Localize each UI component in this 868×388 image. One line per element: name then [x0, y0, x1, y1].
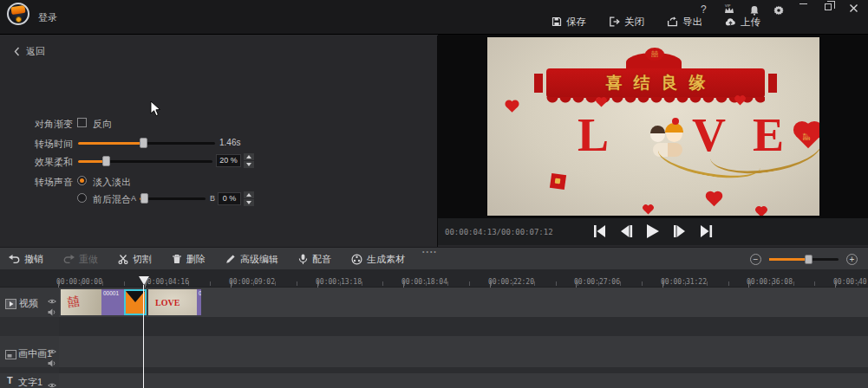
mix-value-box[interactable]: 0 %: [218, 192, 241, 205]
text-track-header: T 文字1: [0, 373, 59, 388]
reverse-checkbox[interactable]: [77, 118, 87, 127]
skip-end-button[interactable]: [700, 225, 713, 237]
close-project-button[interactable]: 关闭: [609, 16, 644, 29]
pip-track-mute-toggle[interactable]: [48, 355, 56, 371]
delete-button[interactable]: 删除: [172, 253, 206, 266]
app-window: 登录 ? VIP 保存: [0, 0, 868, 388]
zoom-slider-handle[interactable]: [805, 255, 813, 264]
diagonal-gradient-label: 对角渐变: [35, 118, 73, 131]
mouse-cursor: [150, 100, 161, 117]
minimize-button[interactable]: [799, 3, 807, 4]
zoom-in-button[interactable]: +: [846, 254, 858, 265]
ruler-mark: 00:00:36:08: [747, 272, 793, 288]
upload-cloud-icon: [725, 17, 736, 27]
heart-decoration: [597, 99, 606, 107]
text-track-icon: T: [7, 375, 13, 385]
softness-spin-up-button[interactable]: [244, 153, 254, 160]
ruler-mark: 00:00:09:02: [229, 272, 275, 288]
ruler-mark: 00:00:18:04: [401, 272, 447, 288]
video-track-icon: [5, 297, 16, 313]
preview-panel: 囍 喜结良缘 L V E 囍: [438, 35, 868, 245]
love-letter-l: L: [578, 108, 609, 162]
softness-spinner: [244, 153, 254, 168]
sound-label: 转场声音: [35, 176, 73, 189]
settings-gear-icon[interactable]: [773, 3, 785, 19]
ruler-mark: 00:00:27:06: [574, 272, 620, 288]
pip-track-header: 画中画1: [0, 336, 59, 367]
transport-bar: 00:00:04:13/00:00:07:12: [438, 218, 868, 245]
ruler-mark: 00:00:40:24: [833, 272, 868, 288]
film-reel-icon: [351, 254, 362, 265]
restore-button[interactable]: [825, 3, 832, 10]
clip1-thumbnail[interactable]: 囍: [61, 289, 101, 315]
video-viewport[interactable]: 囍 喜结良缘 L V E 囍: [438, 35, 868, 218]
playback-controls: [438, 224, 868, 238]
trash-icon: [172, 254, 182, 264]
mix-option-label: 前后混合: [93, 193, 131, 206]
upload-button[interactable]: 上传: [725, 16, 760, 29]
mix-a-label: A: [131, 194, 136, 203]
mix-radio[interactable]: [77, 193, 87, 203]
exit-door-icon: [609, 16, 620, 27]
app-logo-icon[interactable]: [7, 3, 29, 25]
undo-button[interactable]: 撤销: [9, 253, 43, 266]
redo-button[interactable]: 重做: [63, 253, 98, 266]
ruler-mark: 00:00:13:18: [316, 272, 362, 288]
text-track-lane[interactable]: [59, 373, 868, 388]
close-window-button[interactable]: [849, 3, 858, 15]
mix-spin-down-button[interactable]: [244, 199, 254, 206]
softness-slider-handle[interactable]: [102, 156, 110, 166]
softness-value-box[interactable]: 20 %: [216, 154, 241, 167]
clip2-body[interactable]: 00: [197, 289, 201, 315]
timeline-tracks: 视频 画中画1 T 文字1: [0, 288, 868, 388]
mix-slider-handle[interactable]: [140, 193, 148, 204]
zoom-slider-fill: [769, 258, 808, 261]
mix-spin-up-button[interactable]: [244, 191, 254, 198]
skip-start-button[interactable]: [593, 225, 606, 237]
zoom-slider[interactable]: [769, 258, 839, 261]
timeline-ruler[interactable]: 00:00:00:00 00:00:04:16 00:00:09:02 00:0…: [0, 269, 868, 288]
pencil-icon: [225, 254, 236, 264]
video-frame: 囍 喜结良缘 L V E 囍: [487, 37, 819, 216]
export-button[interactable]: 导出: [667, 16, 702, 29]
timeline-zoom-control: − +: [750, 248, 858, 270]
panel-resize-handle[interactable]: ••••: [422, 249, 438, 255]
transition-icon: [126, 291, 145, 314]
clip2-thumbnail[interactable]: LOVE: [148, 289, 197, 315]
softness-slider[interactable]: [78, 160, 212, 163]
ruler-mark: 00:00:22:20: [488, 272, 534, 288]
scissors-icon: [118, 254, 128, 264]
reverse-label: 反向: [93, 118, 112, 131]
mix-slider[interactable]: [140, 197, 206, 200]
red-envelope: [550, 173, 566, 190]
duration-slider-handle[interactable]: [140, 138, 147, 148]
dub-button[interactable]: 配音: [298, 253, 331, 266]
fade-radio[interactable]: [77, 176, 87, 185]
back-button[interactable]: 返回: [14, 45, 45, 58]
login-button[interactable]: 登录: [38, 11, 57, 24]
step-back-button[interactable]: [620, 225, 633, 237]
zoom-out-button[interactable]: −: [750, 254, 761, 265]
playhead-handle[interactable]: [139, 276, 149, 285]
step-forward-button[interactable]: [673, 225, 686, 237]
video-track-mute-toggle[interactable]: [48, 304, 56, 320]
duration-label: 转场时间: [35, 138, 73, 151]
heart-decoration: [756, 207, 766, 216]
save-button[interactable]: 保存: [551, 16, 586, 29]
advanced-edit-button[interactable]: 高级编辑: [225, 253, 278, 266]
clip1-body[interactable]: 00001: [101, 289, 124, 315]
heart-decoration: [708, 193, 721, 207]
ruler-mark: 00:00:00:00: [56, 272, 102, 288]
softness-spin-down-button[interactable]: [244, 161, 254, 168]
ruler-mark: 00:00:31:22: [661, 272, 707, 288]
banner-badge: 囍: [645, 48, 664, 61]
play-button[interactable]: [647, 224, 659, 238]
generate-material-button[interactable]: 生成素材: [351, 253, 405, 266]
pip-track-lane[interactable]: [59, 336, 868, 367]
pip-track-icon: [5, 347, 16, 363]
cut-button[interactable]: 切割: [118, 253, 152, 266]
text-track-visibility-toggle[interactable]: [48, 377, 56, 388]
wedding-banner: 喜结良缘: [546, 68, 765, 98]
timeline-toolbar: •••• 撤销 重做 切割 删除 高级编辑: [0, 247, 868, 269]
save-icon: [551, 16, 562, 27]
